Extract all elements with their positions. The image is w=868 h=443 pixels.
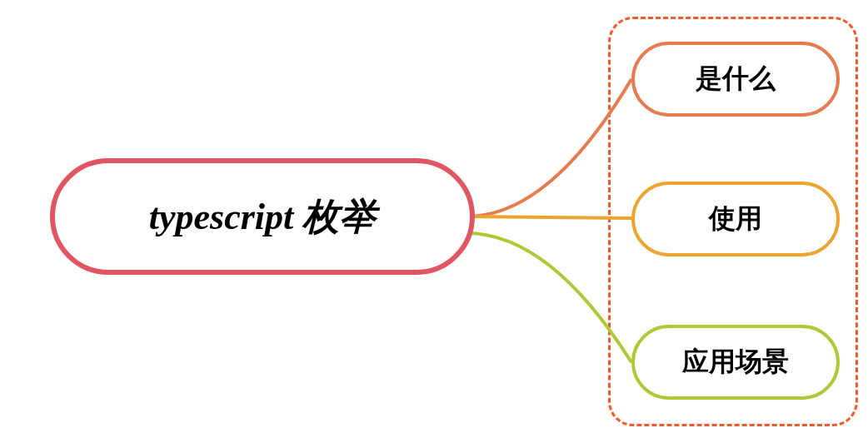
connector-line-1 — [466, 79, 631, 217]
connector-line-2 — [466, 217, 631, 218]
child-label: 应用场景 — [682, 344, 789, 381]
child-node-usage: 使用 — [631, 182, 840, 256]
root-label: typescript 枚举 — [149, 192, 377, 241]
child-node-what: 是什么 — [631, 42, 840, 117]
child-node-scenarios: 应用场景 — [631, 325, 840, 400]
connector-line-3 — [466, 233, 631, 362]
root-node: typescript 枚举 — [50, 158, 475, 275]
child-label: 是什么 — [696, 61, 776, 97]
child-label: 使用 — [709, 201, 762, 237]
